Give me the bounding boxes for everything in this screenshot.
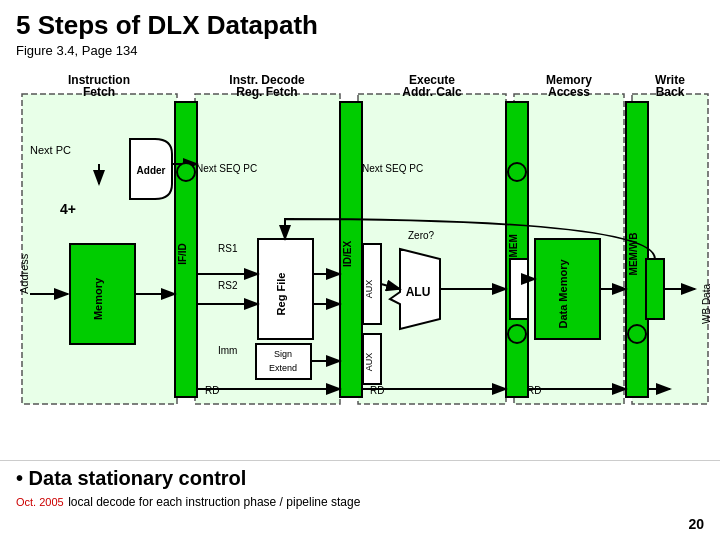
svg-text:Next SEQ PC: Next SEQ PC	[362, 163, 423, 174]
svg-text:Next SEQ PC: Next SEQ PC	[196, 163, 257, 174]
svg-point-75	[508, 163, 526, 181]
svg-text:RS2: RS2	[218, 280, 238, 291]
svg-text:Addr. Calc: Addr. Calc	[402, 85, 462, 99]
page-number: 20	[688, 516, 704, 532]
diagram-area: Instruction Fetch Instr. Decode Reg. Fet…	[0, 64, 720, 454]
svg-text:Extend: Extend	[269, 363, 297, 373]
svg-text:MEM/WB: MEM/WB	[628, 233, 639, 276]
svg-text:ALU: ALU	[406, 285, 431, 299]
svg-text:AUX: AUX	[364, 280, 374, 299]
svg-text:Fetch: Fetch	[83, 85, 115, 99]
bullet-point: Data stationary control	[16, 467, 704, 490]
svg-text:Next PC: Next PC	[30, 144, 71, 156]
svg-point-74	[177, 163, 195, 181]
svg-text:ID/EX: ID/EX	[342, 241, 353, 267]
svg-text:WB Data: WB Data	[701, 284, 712, 324]
svg-text:RD: RD	[370, 385, 384, 396]
svg-text:Sign: Sign	[274, 349, 292, 359]
svg-text:RD: RD	[527, 385, 541, 396]
svg-text:RS1: RS1	[218, 243, 238, 254]
svg-point-76	[508, 325, 526, 343]
svg-text:Data Memory: Data Memory	[557, 259, 569, 329]
svg-text:Back: Back	[656, 85, 685, 99]
date-label: Oct. 2005	[16, 496, 64, 508]
svg-text:Memory: Memory	[92, 277, 104, 320]
description-text2: local decode for each instruction phase …	[68, 495, 360, 509]
description-line: Oct. 2005 local decode for each instruct…	[16, 492, 704, 510]
svg-text:Adder: Adder	[137, 165, 166, 176]
svg-rect-47	[646, 259, 664, 319]
svg-text:Zero?: Zero?	[408, 230, 435, 241]
svg-rect-46	[510, 259, 528, 319]
svg-text:IF/ID: IF/ID	[177, 243, 188, 265]
svg-text:Reg File: Reg File	[275, 273, 287, 316]
bottom-section: Data stationary control Oct. 2005 local …	[0, 460, 720, 540]
svg-text:RD: RD	[205, 385, 219, 396]
diagram-svg: Instruction Fetch Instr. Decode Reg. Fet…	[0, 64, 720, 454]
page-subtitle: Figure 3.4, Page 134	[0, 43, 720, 64]
svg-text:4+: 4+	[60, 201, 76, 217]
svg-text:Imm: Imm	[218, 345, 237, 356]
svg-text:Reg. Fetch: Reg. Fetch	[236, 85, 297, 99]
svg-text:Address: Address	[18, 253, 30, 294]
svg-text:AUX: AUX	[364, 353, 374, 372]
svg-point-77	[628, 325, 646, 343]
page-title: 5 Steps of DLX Datapath	[0, 0, 720, 43]
svg-text:Access: Access	[548, 85, 590, 99]
